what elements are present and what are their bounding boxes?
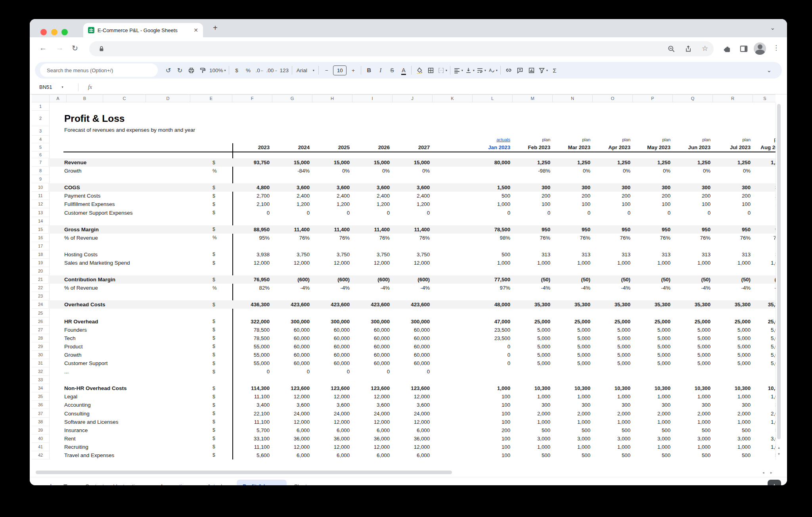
unit-cell[interactable]: $ bbox=[209, 427, 232, 433]
add-sheet-button[interactable]: + bbox=[49, 482, 53, 486]
value-cell[interactable]: 950 bbox=[713, 227, 753, 233]
value-cell[interactable]: 100 bbox=[473, 411, 513, 417]
value-cell[interactable]: 4,800 bbox=[232, 185, 272, 190]
format-percent-button[interactable]: % bbox=[243, 64, 254, 76]
row-header-23[interactable]: 23 bbox=[32, 292, 49, 300]
value-cell[interactable]: 10,300 bbox=[553, 385, 593, 391]
value-cell[interactable]: 100 bbox=[473, 402, 513, 408]
value-cell[interactable]: 200 bbox=[713, 193, 753, 199]
merge-cells-button[interactable]: ▾ bbox=[437, 64, 448, 76]
value-cell[interactable]: 100 bbox=[473, 452, 513, 458]
value-cell[interactable]: -98% bbox=[513, 168, 553, 174]
value-cell[interactable]: 24,000 bbox=[272, 411, 312, 417]
value-cell[interactable]: 0% bbox=[553, 168, 593, 174]
value-cell[interactable]: 950 bbox=[593, 227, 633, 233]
value-cell[interactable]: 60,000 bbox=[272, 360, 312, 366]
row-header-19[interactable]: 19 bbox=[32, 259, 49, 267]
value-cell[interactable]: 60,000 bbox=[272, 344, 312, 350]
unit-cell[interactable]: % bbox=[209, 285, 232, 291]
value-cell[interactable]: 300 bbox=[593, 185, 633, 190]
value-cell[interactable]: 22,100 bbox=[232, 411, 272, 417]
value-cell[interactable]: 5,000 bbox=[713, 327, 753, 333]
value-cell[interactable]: (50) bbox=[593, 277, 633, 283]
column-header-I[interactable]: I bbox=[352, 94, 393, 102]
value-cell[interactable]: 12,000 bbox=[312, 394, 352, 400]
value-cell[interactable]: 12,000 bbox=[232, 260, 272, 266]
sheet-tab-dropdown-icon[interactable]: ▾ bbox=[146, 484, 148, 486]
value-cell[interactable]: 300 bbox=[593, 402, 633, 408]
unit-cell[interactable]: $ bbox=[209, 252, 232, 257]
sheet-tab-dropdown-icon[interactable]: ▾ bbox=[313, 484, 314, 486]
value-cell[interactable]: 33,100 bbox=[232, 436, 272, 442]
value-cell[interactable]: 80,000 bbox=[473, 160, 513, 165]
sheet-tab-content-and-instructions[interactable]: Content and Instructions▾ bbox=[79, 477, 154, 485]
value-cell[interactable]: 5,000 bbox=[753, 352, 776, 358]
value-cell[interactable]: 313 bbox=[713, 252, 753, 258]
sheet-tab-dropdown-icon[interactable]: ▾ bbox=[228, 484, 230, 486]
value-cell[interactable]: -4% bbox=[633, 285, 673, 291]
value-cell[interactable]: 0 bbox=[473, 344, 513, 350]
value-cell[interactable]: 1,250 bbox=[513, 160, 553, 165]
value-cell[interactable]: 0 bbox=[673, 210, 713, 216]
value-cell[interactable]: 47,000 bbox=[473, 319, 513, 325]
value-cell[interactable]: 12,000 bbox=[352, 394, 393, 400]
value-cell[interactable]: 5,000 bbox=[553, 352, 593, 358]
row-label[interactable]: Customer Support Expenses bbox=[48, 210, 209, 216]
value-cell[interactable]: 0% bbox=[593, 168, 633, 174]
value-cell[interactable]: 3,750 bbox=[272, 252, 312, 258]
row-label[interactable]: Software and Licenses bbox=[48, 419, 209, 425]
row-header-26[interactable]: 26 bbox=[32, 317, 49, 326]
value-cell[interactable]: 313 bbox=[673, 252, 713, 258]
value-cell[interactable]: 5,000 bbox=[513, 344, 553, 350]
value-cell[interactable]: 25,000 bbox=[513, 319, 553, 325]
vertical-scrollbar[interactable]: ▲ ▼ bbox=[776, 102, 782, 459]
value-cell[interactable]: 300 bbox=[673, 185, 713, 190]
value-cell[interactable]: 25,000 bbox=[633, 319, 673, 325]
row-label[interactable]: Contribution Margin bbox=[48, 277, 209, 283]
value-cell[interactable]: 1,000 bbox=[553, 444, 593, 450]
functions-button[interactable]: Σ bbox=[549, 64, 560, 76]
value-cell[interactable]: 11,400 bbox=[393, 227, 433, 233]
value-cell[interactable]: 100 bbox=[593, 201, 633, 207]
value-cell[interactable]: 200 bbox=[633, 193, 673, 199]
year-header[interactable]: 2024 bbox=[272, 144, 312, 150]
more-formats-button[interactable]: 123 bbox=[278, 64, 290, 76]
value-cell[interactable]: 0 bbox=[393, 210, 433, 216]
value-cell[interactable]: 5,700 bbox=[232, 427, 272, 433]
value-cell[interactable]: 60,000 bbox=[312, 327, 352, 333]
value-cell[interactable]: 5,000 bbox=[713, 360, 753, 366]
text-color-button[interactable]: A bbox=[398, 64, 409, 76]
value-cell[interactable]: 200 bbox=[513, 193, 553, 199]
row-header-30[interactable]: 30 bbox=[32, 351, 49, 359]
value-cell[interactable]: 1,000 bbox=[553, 394, 593, 400]
value-cell[interactable]: 24,000 bbox=[393, 411, 433, 417]
value-cell[interactable]: 23,500 bbox=[473, 327, 513, 333]
value-cell[interactable]: 2,000 bbox=[553, 411, 593, 417]
value-cell[interactable]: 5,000 bbox=[593, 335, 633, 341]
value-cell[interactable]: 500 bbox=[473, 193, 513, 199]
column-header-P[interactable]: P bbox=[633, 94, 673, 102]
value-cell[interactable]: 5,000 bbox=[593, 352, 633, 358]
column-header-A[interactable]: A bbox=[50, 94, 67, 102]
value-cell[interactable]: 2,700 bbox=[232, 193, 272, 199]
value-cell[interactable]: -4% bbox=[593, 285, 633, 291]
value-cell[interactable]: 1,000 bbox=[753, 394, 776, 400]
value-cell[interactable]: 76% bbox=[393, 235, 433, 241]
value-cell[interactable]: 35,300 bbox=[753, 302, 776, 308]
row-label[interactable]: Sales and Marketing Spend bbox=[48, 260, 209, 266]
row-label[interactable]: Gross Margin bbox=[48, 227, 209, 233]
value-cell[interactable]: 5,000 bbox=[713, 352, 753, 358]
row-label[interactable]: Non-HR Overhead Costs bbox=[48, 385, 209, 391]
value-cell[interactable]: (600) bbox=[393, 277, 433, 283]
value-cell[interactable]: 1,000 bbox=[513, 394, 553, 400]
value-cell[interactable]: 950 bbox=[633, 227, 673, 233]
value-cell[interactable]: 300,000 bbox=[272, 319, 312, 325]
value-cell[interactable]: 25,000 bbox=[753, 319, 776, 325]
value-cell[interactable]: 2,400 bbox=[312, 193, 352, 199]
value-cell[interactable]: 0 bbox=[473, 360, 513, 366]
unit-cell[interactable]: $ bbox=[209, 202, 232, 207]
value-cell[interactable]: 6,000 bbox=[272, 452, 312, 458]
scroll-left-icon[interactable]: ◂ bbox=[762, 471, 764, 475]
row-label[interactable]: Payment Costs bbox=[48, 193, 209, 199]
row-label[interactable]: Fullfillment Expenses bbox=[48, 201, 209, 207]
